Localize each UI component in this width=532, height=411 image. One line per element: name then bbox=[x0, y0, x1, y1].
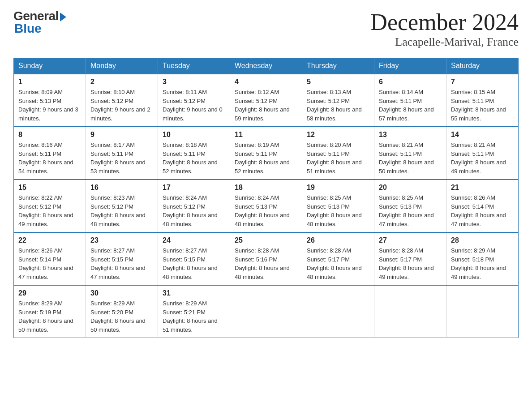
logo: General Blue bbox=[13, 9, 66, 36]
calendar-cell: 2Sunrise: 8:10 AMSunset: 5:12 PMDaylight… bbox=[86, 74, 158, 127]
day-number: 13 bbox=[379, 131, 442, 139]
day-info: Sunrise: 8:15 AMSunset: 5:11 PMDaylight:… bbox=[451, 88, 514, 123]
page-header: General Blue December 2024 Lacapelle-Mar… bbox=[13, 9, 519, 49]
day-info: Sunrise: 8:10 AMSunset: 5:12 PMDaylight:… bbox=[90, 88, 153, 123]
calendar-cell bbox=[302, 285, 374, 338]
calendar-cell: 20Sunrise: 8:25 AMSunset: 5:13 PMDayligh… bbox=[374, 180, 446, 232]
calendar-cell: 22Sunrise: 8:26 AMSunset: 5:14 PMDayligh… bbox=[14, 232, 86, 285]
day-info: Sunrise: 8:21 AMSunset: 5:11 PMDaylight:… bbox=[451, 141, 514, 176]
week-row-1: 1Sunrise: 8:09 AMSunset: 5:13 PMDaylight… bbox=[14, 74, 519, 127]
day-info: Sunrise: 8:23 AMSunset: 5:12 PMDaylight:… bbox=[90, 193, 153, 228]
day-info: Sunrise: 8:28 AMSunset: 5:17 PMDaylight:… bbox=[307, 246, 369, 281]
day-info: Sunrise: 8:16 AMSunset: 5:11 PMDaylight:… bbox=[18, 141, 81, 176]
day-info: Sunrise: 8:25 AMSunset: 5:13 PMDaylight:… bbox=[379, 193, 442, 228]
day-info: Sunrise: 8:29 AMSunset: 5:18 PMDaylight:… bbox=[451, 246, 514, 281]
day-number: 21 bbox=[451, 184, 514, 192]
calendar-cell: 25Sunrise: 8:28 AMSunset: 5:16 PMDayligh… bbox=[230, 232, 302, 285]
day-number: 8 bbox=[18, 131, 81, 139]
weekday-header-wednesday: Wednesday bbox=[230, 58, 302, 74]
week-row-3: 15Sunrise: 8:22 AMSunset: 5:12 PMDayligh… bbox=[14, 180, 519, 232]
weekday-header-friday: Friday bbox=[374, 58, 446, 74]
calendar-cell: 15Sunrise: 8:22 AMSunset: 5:12 PMDayligh… bbox=[14, 180, 86, 232]
day-number: 22 bbox=[18, 236, 81, 244]
title-section: December 2024 Lacapelle-Marival, France bbox=[370, 9, 519, 49]
day-info: Sunrise: 8:11 AMSunset: 5:12 PMDaylight:… bbox=[163, 88, 225, 123]
day-info: Sunrise: 8:09 AMSunset: 5:13 PMDaylight:… bbox=[18, 88, 81, 123]
day-number: 27 bbox=[379, 236, 442, 244]
calendar-cell: 13Sunrise: 8:21 AMSunset: 5:11 PMDayligh… bbox=[374, 127, 446, 180]
day-info: Sunrise: 8:20 AMSunset: 5:11 PMDaylight:… bbox=[307, 141, 369, 176]
day-number: 18 bbox=[235, 184, 297, 192]
calendar-cell: 6Sunrise: 8:14 AMSunset: 5:11 PMDaylight… bbox=[374, 74, 446, 127]
day-info: Sunrise: 8:26 AMSunset: 5:14 PMDaylight:… bbox=[18, 246, 81, 281]
day-number: 19 bbox=[307, 184, 369, 192]
day-number: 29 bbox=[18, 289, 81, 297]
calendar-cell: 18Sunrise: 8:24 AMSunset: 5:13 PMDayligh… bbox=[230, 180, 302, 232]
calendar-cell: 3Sunrise: 8:11 AMSunset: 5:12 PMDaylight… bbox=[158, 74, 230, 127]
calendar-cell: 7Sunrise: 8:15 AMSunset: 5:11 PMDaylight… bbox=[446, 74, 519, 127]
weekday-header-thursday: Thursday bbox=[302, 58, 374, 74]
calendar-cell: 23Sunrise: 8:27 AMSunset: 5:15 PMDayligh… bbox=[86, 232, 158, 285]
calendar-cell: 14Sunrise: 8:21 AMSunset: 5:11 PMDayligh… bbox=[446, 127, 519, 180]
day-info: Sunrise: 8:21 AMSunset: 5:11 PMDaylight:… bbox=[379, 141, 442, 176]
day-number: 25 bbox=[235, 236, 297, 244]
day-info: Sunrise: 8:27 AMSunset: 5:15 PMDaylight:… bbox=[163, 246, 225, 281]
day-number: 1 bbox=[18, 78, 81, 86]
day-number: 16 bbox=[90, 184, 153, 192]
day-info: Sunrise: 8:24 AMSunset: 5:12 PMDaylight:… bbox=[163, 193, 225, 228]
calendar-cell bbox=[446, 285, 519, 338]
week-row-2: 8Sunrise: 8:16 AMSunset: 5:11 PMDaylight… bbox=[14, 127, 519, 180]
logo-blue-text: Blue bbox=[14, 21, 42, 36]
calendar-cell: 12Sunrise: 8:20 AMSunset: 5:11 PMDayligh… bbox=[302, 127, 374, 180]
location-title: Lacapelle-Marival, France bbox=[370, 35, 519, 49]
day-number: 26 bbox=[307, 236, 369, 244]
day-info: Sunrise: 8:29 AMSunset: 5:19 PMDaylight:… bbox=[18, 299, 81, 334]
weekday-header-saturday: Saturday bbox=[446, 58, 519, 74]
calendar-cell: 16Sunrise: 8:23 AMSunset: 5:12 PMDayligh… bbox=[86, 180, 158, 232]
day-number: 6 bbox=[379, 78, 442, 86]
week-row-4: 22Sunrise: 8:26 AMSunset: 5:14 PMDayligh… bbox=[14, 232, 519, 285]
calendar-cell: 27Sunrise: 8:28 AMSunset: 5:17 PMDayligh… bbox=[374, 232, 446, 285]
day-number: 9 bbox=[90, 131, 153, 139]
day-number: 15 bbox=[18, 184, 81, 192]
calendar-cell: 10Sunrise: 8:18 AMSunset: 5:11 PMDayligh… bbox=[158, 127, 230, 180]
day-info: Sunrise: 8:17 AMSunset: 5:11 PMDaylight:… bbox=[90, 141, 153, 176]
day-info: Sunrise: 8:12 AMSunset: 5:12 PMDaylight:… bbox=[235, 88, 297, 123]
day-info: Sunrise: 8:13 AMSunset: 5:12 PMDaylight:… bbox=[307, 88, 369, 123]
month-title: December 2024 bbox=[370, 9, 519, 35]
day-info: Sunrise: 8:19 AMSunset: 5:11 PMDaylight:… bbox=[235, 141, 297, 176]
day-number: 11 bbox=[235, 131, 297, 139]
calendar-cell bbox=[374, 285, 446, 338]
calendar-body: 1Sunrise: 8:09 AMSunset: 5:13 PMDaylight… bbox=[14, 74, 519, 338]
weekday-header-tuesday: Tuesday bbox=[158, 58, 230, 74]
day-info: Sunrise: 8:18 AMSunset: 5:11 PMDaylight:… bbox=[163, 141, 225, 176]
day-number: 10 bbox=[163, 131, 225, 139]
day-info: Sunrise: 8:22 AMSunset: 5:12 PMDaylight:… bbox=[18, 193, 81, 228]
calendar-cell bbox=[230, 285, 302, 338]
day-info: Sunrise: 8:28 AMSunset: 5:16 PMDaylight:… bbox=[235, 246, 297, 281]
day-number: 17 bbox=[163, 184, 225, 192]
calendar-cell: 28Sunrise: 8:29 AMSunset: 5:18 PMDayligh… bbox=[446, 232, 519, 285]
calendar-cell: 21Sunrise: 8:26 AMSunset: 5:14 PMDayligh… bbox=[446, 180, 519, 232]
calendar-cell: 24Sunrise: 8:27 AMSunset: 5:15 PMDayligh… bbox=[158, 232, 230, 285]
calendar-cell: 17Sunrise: 8:24 AMSunset: 5:12 PMDayligh… bbox=[158, 180, 230, 232]
calendar-cell: 9Sunrise: 8:17 AMSunset: 5:11 PMDaylight… bbox=[86, 127, 158, 180]
calendar-header: SundayMondayTuesdayWednesdayThursdayFrid… bbox=[14, 58, 519, 74]
week-row-5: 29Sunrise: 8:29 AMSunset: 5:19 PMDayligh… bbox=[14, 285, 519, 338]
calendar-cell: 4Sunrise: 8:12 AMSunset: 5:12 PMDaylight… bbox=[230, 74, 302, 127]
logo-arrow-icon bbox=[60, 13, 66, 21]
calendar-table: SundayMondayTuesdayWednesdayThursdayFrid… bbox=[13, 58, 519, 338]
day-info: Sunrise: 8:26 AMSunset: 5:14 PMDaylight:… bbox=[451, 193, 514, 228]
day-number: 5 bbox=[307, 78, 369, 86]
day-number: 20 bbox=[379, 184, 442, 192]
day-number: 14 bbox=[451, 131, 514, 139]
calendar-cell: 11Sunrise: 8:19 AMSunset: 5:11 PMDayligh… bbox=[230, 127, 302, 180]
day-info: Sunrise: 8:29 AMSunset: 5:21 PMDaylight:… bbox=[163, 299, 225, 334]
day-number: 2 bbox=[90, 78, 153, 86]
calendar-cell: 19Sunrise: 8:25 AMSunset: 5:13 PMDayligh… bbox=[302, 180, 374, 232]
day-number: 12 bbox=[307, 131, 369, 139]
weekday-header-monday: Monday bbox=[86, 58, 158, 74]
day-info: Sunrise: 8:25 AMSunset: 5:13 PMDaylight:… bbox=[307, 193, 369, 228]
day-number: 7 bbox=[451, 78, 514, 86]
weekday-header-sunday: Sunday bbox=[14, 58, 86, 74]
